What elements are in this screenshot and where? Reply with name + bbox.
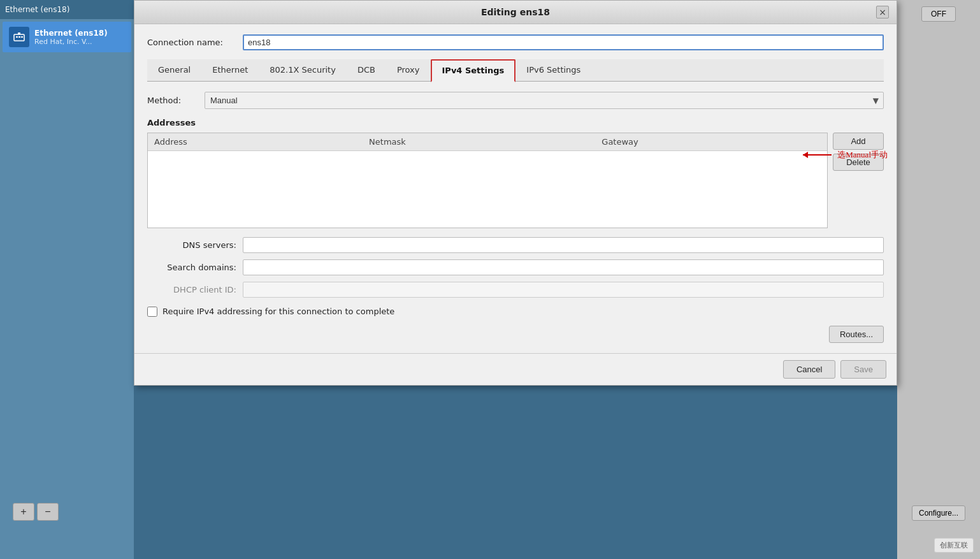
search-domains-input[interactable] (243, 259, 884, 275)
configure-button[interactable]: Configure... (912, 505, 965, 521)
method-row: Method: Automatic (DHCP) Manual Link-Loc… (147, 92, 884, 109)
ethernet-list-item[interactable]: Ethernet (ens18) Red Hat, Inc. V... (3, 22, 131, 52)
addresses-table-wrapper: Address Netmask Gateway (147, 133, 828, 228)
col-gateway: Gateway (595, 133, 827, 151)
svg-rect-2 (18, 36, 20, 38)
dialog-body: Connection name: General Ethernet 802.1X… (134, 24, 897, 353)
add-connection-button[interactable]: + (13, 503, 34, 521)
require-ipv4-label: Require IPv4 addressing for this connect… (162, 307, 394, 316)
arrow-icon (796, 145, 835, 164)
search-domains-label: Search domains: (147, 263, 236, 272)
tab-ethernet[interactable]: Ethernet (201, 59, 259, 82)
dialog-title: Editing ens18 (155, 7, 876, 17)
tab-dcb[interactable]: DCB (347, 59, 386, 82)
ethernet-icon (9, 27, 29, 47)
search-domains-row: Search domains: (147, 259, 884, 275)
editing-dialog: Editing ens18 × Connection name: General… (134, 0, 897, 386)
connection-name-input[interactable] (243, 34, 884, 50)
addresses-area: Address Netmask Gateway Add Delete (147, 133, 884, 228)
dhcp-client-id-label: DHCP client ID: (147, 285, 236, 294)
left-panel-header: Ethernet (ens18) (0, 0, 134, 19)
tab-security[interactable]: 802.1X Security (259, 59, 347, 82)
left-panel-title: Ethernet (ens18) (5, 5, 69, 14)
arrow-annotation: 选Manual手动 (796, 145, 888, 164)
annotation-text: 选Manual手动 (837, 149, 888, 161)
require-ipv4-row: Require IPv4 addressing for this connect… (147, 307, 884, 317)
tab-ipv4[interactable]: IPv4 Settings (431, 59, 516, 82)
svg-marker-7 (803, 152, 808, 158)
dhcp-client-id-input[interactable] (243, 282, 884, 298)
addresses-table: Address Netmask Gateway (148, 133, 827, 228)
routes-button[interactable]: Routes... (829, 326, 884, 343)
ethernet-item-text: Ethernet (ens18) Red Hat, Inc. V... (34, 29, 108, 46)
tab-ipv6[interactable]: IPv6 Settings (515, 59, 591, 82)
svg-rect-3 (21, 36, 23, 38)
col-netmask: Netmask (363, 133, 595, 151)
ethernet-name: Ethernet (ens18) (34, 29, 108, 38)
method-select[interactable]: Automatic (DHCP) Manual Link-Local Only … (205, 92, 884, 109)
svg-rect-1 (16, 36, 18, 38)
require-ipv4-checkbox[interactable] (147, 307, 157, 317)
left-panel: Ethernet (ens18) Ethernet (ens18) Red Ha… (0, 0, 134, 559)
connection-name-label: Connection name: (147, 38, 236, 47)
dns-servers-row: DNS servers: (147, 237, 884, 253)
method-label: Method: (147, 96, 198, 105)
right-panel: OFF Configure... (897, 0, 980, 559)
remove-connection-button[interactable]: − (37, 503, 59, 521)
dialog-footer: Cancel Save (134, 353, 897, 385)
tab-general[interactable]: General (147, 59, 201, 82)
dns-servers-input[interactable] (243, 237, 884, 253)
dialog-titlebar: Editing ens18 × (134, 1, 897, 24)
col-address: Address (148, 133, 363, 151)
address-empty-row (148, 151, 827, 228)
cancel-button[interactable]: Cancel (783, 360, 835, 379)
tabs-bar: General Ethernet 802.1X Security DCB Pro… (147, 59, 884, 82)
save-button[interactable]: Save (840, 360, 886, 379)
tab-proxy[interactable]: Proxy (386, 59, 431, 82)
connection-name-row: Connection name: (147, 34, 884, 50)
off-button[interactable]: OFF (921, 6, 956, 22)
close-button[interactable]: × (876, 6, 889, 18)
watermark: 创新互联 (934, 538, 974, 553)
dns-servers-label: DNS servers: (147, 240, 236, 250)
addresses-section-title: Addresses (147, 118, 884, 127)
svg-rect-4 (18, 33, 20, 34)
bottom-buttons: + − (13, 503, 59, 521)
ethernet-vendor: Red Hat, Inc. V... (34, 38, 108, 46)
method-select-wrapper: Automatic (DHCP) Manual Link-Local Only … (205, 92, 884, 109)
bottom-action-row: Routes... (147, 326, 884, 343)
dhcp-client-id-row: DHCP client ID: (147, 282, 884, 298)
